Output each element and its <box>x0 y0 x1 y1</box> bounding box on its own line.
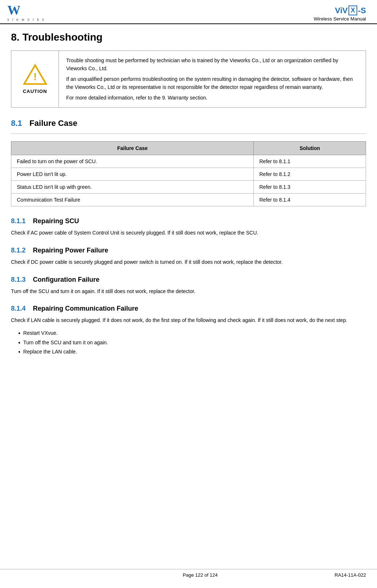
subsection-813-title: Configuration Failure <box>33 276 99 283</box>
subsection-81-number: 8.1 <box>11 119 22 128</box>
subsection-813-body: Turn off the SCU and turn it on again. I… <box>11 287 366 296</box>
subsection-811: 8.1.1Repairing SCU Check if AC power cab… <box>11 217 366 237</box>
subsection-811-title: Repairing SCU <box>33 217 79 225</box>
vivix-text-part2: -S <box>358 6 366 15</box>
section-divider-81 <box>11 134 366 134</box>
subsection-812-title: Repairing Power Failure <box>33 247 108 254</box>
logo-tagline: v i e w o r k s <box>7 18 45 22</box>
table-cell-solution: Refer to 8.1.4 <box>254 193 366 206</box>
caution-icon-cell: ! CAUTION <box>11 51 59 107</box>
table-cell-failure: Status LED isn't lit up with green. <box>11 180 254 193</box>
doc-number: RA14-11A-022 <box>335 572 366 578</box>
table-cell-failure: Failed to turn on the power of SCU. <box>11 155 254 168</box>
vivix-logo: ViV X -S <box>335 5 366 15</box>
subsection-814-body: Check if LAN cable is securely plugged. … <box>11 316 366 325</box>
main-content: 8. Troubleshooting ! CAUTION Trouble sho… <box>0 24 377 373</box>
subsection-811-heading: 8.1.1Repairing SCU <box>11 217 366 225</box>
table-row: Failed to turn on the power of SCU.Refer… <box>11 155 366 168</box>
subsection-813-heading: 8.1.3Configuration Failure <box>11 276 366 284</box>
page-footer: Page 122 of 124 RA14-11A-022 <box>0 569 377 581</box>
list-item: Turn off the SCU and turn it on again. <box>18 338 366 348</box>
subsection-814-title: Repairing Communication Failure <box>33 305 138 312</box>
subsection-812: 8.1.2Repairing Power Failure Check if DC… <box>11 247 366 267</box>
table-cell-solution: Refer to 8.1.2 <box>254 168 366 180</box>
caution-triangle-icon: ! <box>22 64 48 86</box>
list-item: Restart VXvue. <box>18 329 366 338</box>
table-cell-failure: Power LED isn't lit up. <box>11 168 254 180</box>
subsection-81: 8.1Failure Case Failure Case Solution Fa… <box>11 119 366 206</box>
table-header-failure: Failure Case <box>11 141 254 155</box>
company-logo: W v i e w o r k s <box>7 4 45 22</box>
vivix-box: X <box>348 5 357 15</box>
logo-w-icon: W <box>7 4 20 17</box>
subsection-813-number: 8.1.3 <box>11 276 26 283</box>
subsection-81-heading: 8.1Failure Case <box>11 119 366 128</box>
subsection-814-heading: 8.1.4Repairing Communication Failure <box>11 305 366 312</box>
page-number: Page 122 of 124 <box>66 572 335 578</box>
failure-table: Failure Case Solution Failed to turn on … <box>11 141 366 206</box>
caution-line-1: Trouble shooting must be performed by te… <box>66 56 358 73</box>
table-row: Communication Test FailureRefer to 8.1.4 <box>11 193 366 206</box>
table-header-solution: Solution <box>254 141 366 155</box>
subsection-812-number: 8.1.2 <box>11 247 26 254</box>
caution-content: Trouble shooting must be performed by te… <box>59 51 366 107</box>
subsection-814-bullet-list: Restart VXvue.Turn off the SCU and turn … <box>11 329 366 357</box>
caution-line-2: If an unqualified person performs troubl… <box>66 75 358 91</box>
subsection-814-number: 8.1.4 <box>11 305 26 312</box>
subsection-811-body: Check if AC power cable of System Contro… <box>11 229 366 237</box>
caution-label: CAUTION <box>23 89 47 94</box>
table-cell-solution: Refer to 8.1.3 <box>254 180 366 193</box>
subsection-812-heading: 8.1.2Repairing Power Failure <box>11 247 366 254</box>
table-row: Power LED isn't lit up.Refer to 8.1.2 <box>11 168 366 180</box>
subsection-812-body: Check if DC power cable is securely plug… <box>11 258 366 267</box>
page-header: W v i e w o r k s ViV X -S Wireless Serv… <box>0 0 377 24</box>
table-row: Status LED isn't lit up with green.Refer… <box>11 180 366 193</box>
table-cell-failure: Communication Test Failure <box>11 193 254 206</box>
header-right: ViV X -S Wireless Service Manual <box>314 5 366 22</box>
table-cell-solution: Refer to 8.1.1 <box>254 155 366 168</box>
svg-text:!: ! <box>33 71 37 83</box>
caution-box: ! CAUTION Trouble shooting must be perfo… <box>11 50 366 108</box>
subsection-813: 8.1.3Configuration Failure Turn off the … <box>11 276 366 296</box>
subsection-814: 8.1.4Repairing Communication Failure Che… <box>11 305 366 357</box>
vivix-text-part1: ViV <box>335 6 348 15</box>
caution-line-3: For more detailed information, refer to … <box>66 94 358 102</box>
manual-title: Wireless Service Manual <box>314 16 366 22</box>
section-8-heading: 8. Troubleshooting <box>11 31 366 43</box>
list-item: Replace the LAN cable. <box>18 347 366 357</box>
subsection-81-title: Failure Case <box>30 119 78 128</box>
subsection-811-number: 8.1.1 <box>11 217 26 225</box>
